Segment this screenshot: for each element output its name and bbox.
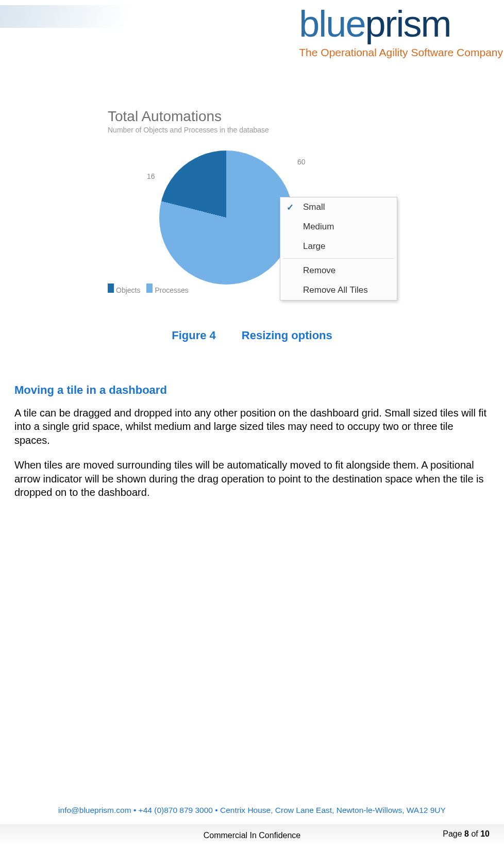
menu-item-label: Remove All Tiles (303, 285, 368, 295)
menu-item-remove-all[interactable]: Remove All Tiles (280, 280, 397, 300)
menu-item-large[interactable]: Large (280, 237, 397, 256)
page-current: 8 (464, 829, 469, 838)
page-header: blueprism The Operational Agility Softwa… (0, 0, 504, 88)
logo: blueprism (299, 5, 504, 42)
pie-value-label-processes: 60 (297, 158, 306, 166)
paragraph-1: A tile can be dragged and dropped into a… (14, 406, 490, 447)
menu-item-label: Large (303, 241, 325, 251)
paragraph-2: When tiles are moved surrounding tiles w… (14, 458, 490, 499)
pie-value-label-objects: 16 (147, 172, 155, 180)
menu-item-label: Small (303, 202, 325, 212)
legend-swatch-processes (146, 284, 153, 293)
footer-page: Page 8 of 10 (443, 829, 490, 839)
logo-block: blueprism The Operational Agility Softwa… (299, 5, 504, 59)
menu-item-remove[interactable]: Remove (280, 261, 397, 280)
figure-block: Total Automations Number of Objects and … (0, 108, 504, 342)
page-footer: info@blueprism.com • +44 (0)870 879 3000… (0, 806, 504, 850)
figure-caption-text: Resizing options (242, 329, 332, 342)
footer-contact: info@blueprism.com • +44 (0)870 879 3000… (14, 806, 490, 815)
footer-confidential: Commercial In Confidence (204, 831, 301, 840)
tile-subtitle: Number of Objects and Processes in the d… (108, 126, 396, 134)
tagline: The Operational Agility Software Company (299, 46, 504, 59)
legend-label-processes: Processes (155, 286, 188, 294)
pie-chart (159, 151, 293, 285)
figure-caption: Figure 4Resizing options (172, 329, 332, 342)
footer-bar: Commercial In Confidence Page 8 of 10 (14, 825, 490, 846)
menu-item-medium[interactable]: Medium (280, 217, 397, 237)
chart-legend: Objects Processes (108, 284, 189, 294)
legend-swatch-objects (108, 284, 114, 293)
figure-number: Figure 4 (172, 329, 216, 342)
section-heading: Moving a tile in a dashboard (14, 384, 490, 397)
logo-text-prism: prism (365, 3, 450, 44)
page-of: of (469, 829, 480, 838)
page-total: 10 (480, 829, 490, 838)
menu-item-label: Remove (303, 265, 335, 275)
header-strip-decoration (0, 5, 134, 28)
context-menu: ✓ Small Medium Large Remove Remove All T… (280, 197, 397, 301)
logo-text-blue: blue (299, 3, 365, 44)
tile-card: Total Automations Number of Objects and … (108, 108, 396, 310)
legend-item-processes: Processes (146, 284, 188, 294)
legend-label-objects: Objects (116, 286, 140, 294)
content: Moving a tile in a dashboard A tile can … (0, 384, 504, 499)
menu-item-small[interactable]: ✓ Small (280, 197, 397, 217)
page-prefix: Page (443, 829, 464, 838)
check-icon: ✓ (287, 202, 294, 213)
menu-item-label: Medium (303, 222, 334, 231)
tile-title: Total Automations (108, 108, 396, 125)
pie-chart-area: 16 60 Objects Processes ✓ Small Medium (108, 145, 396, 310)
menu-separator (283, 258, 394, 259)
legend-item-objects: Objects (108, 284, 140, 294)
